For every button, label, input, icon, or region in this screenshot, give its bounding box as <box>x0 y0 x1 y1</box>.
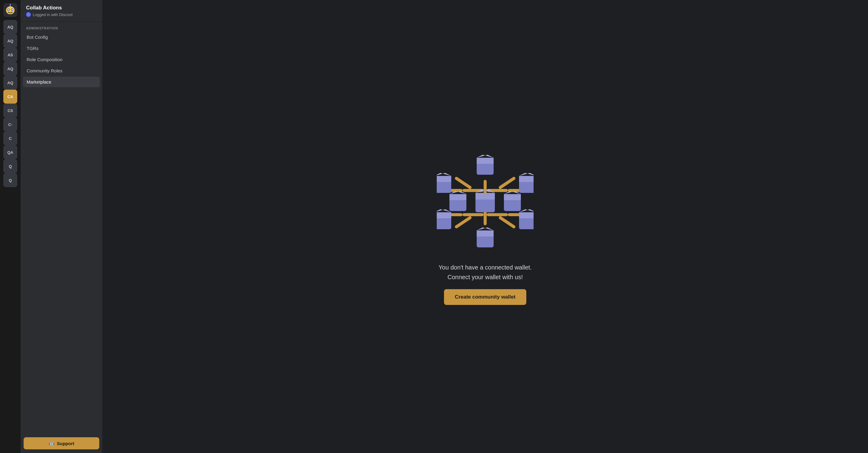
server-icon-aq4[interactable]: AQ <box>3 76 17 90</box>
svg-marker-35 <box>450 194 466 200</box>
svg-marker-29 <box>437 176 451 182</box>
support-icon: 🤖 <box>49 441 55 446</box>
discord-icon: D <box>26 12 31 17</box>
svg-marker-27 <box>477 155 494 158</box>
svg-marker-48 <box>519 209 534 212</box>
section-label: Administration <box>21 22 102 32</box>
nav-item-role-composition[interactable]: Role Composition <box>23 54 100 65</box>
svg-marker-33 <box>519 173 534 176</box>
sidebar: Collab Actions D Logged in with Discord … <box>21 0 102 453</box>
svg-marker-50 <box>477 231 494 237</box>
server-icon-as[interactable]: AS <box>3 48 17 62</box>
sidebar-header: Collab Actions D Logged in with Discord <box>21 0 102 22</box>
svg-line-14 <box>500 178 514 187</box>
server-icon-cs[interactable]: CS <box>3 103 17 118</box>
svg-line-15 <box>456 218 470 227</box>
support-label: Support <box>57 441 74 446</box>
server-icon-ca[interactable]: CA <box>3 90 17 103</box>
nav-item-tgrs[interactable]: TGRs <box>23 43 100 54</box>
nav-item-bot-config[interactable]: Bot Config <box>23 32 100 42</box>
svg-marker-41 <box>475 193 495 200</box>
svg-line-16 <box>500 218 514 227</box>
svg-marker-44 <box>437 212 451 218</box>
wallet-illustration <box>437 148 534 257</box>
svg-marker-26 <box>477 158 494 164</box>
server-list: AQAQASAQAQCACSC-CQAQQ <box>0 0 21 453</box>
sidebar-nav: Bot ConfigTGRsRole CompositionCommunity … <box>21 32 102 434</box>
empty-state-text: You don't have a connected wallet. Conne… <box>438 263 532 282</box>
svg-marker-47 <box>519 212 534 218</box>
server-icon-q1[interactable]: Q <box>3 159 17 173</box>
svg-marker-32 <box>519 176 534 182</box>
app-logo[interactable] <box>3 3 17 17</box>
sidebar-footer: 🤖 Support <box>21 434 102 453</box>
empty-state: You don't have a connected wallet. Conne… <box>437 148 534 305</box>
main-content: You don't have a connected wallet. Conne… <box>102 0 868 453</box>
svg-marker-38 <box>504 194 521 200</box>
server-icon-aq3[interactable]: AQ <box>3 62 17 76</box>
nav-item-marketplace[interactable]: Marketplace <box>23 77 100 87</box>
server-icon-c[interactable]: C <box>3 131 17 145</box>
support-button[interactable]: 🤖 Support <box>24 437 99 449</box>
svg-marker-51 <box>477 228 494 231</box>
svg-marker-45 <box>437 209 451 212</box>
server-icon-q2[interactable]: Q <box>3 173 17 187</box>
login-status: D Logged in with Discord <box>26 12 97 17</box>
nav-item-community-roles[interactable]: Community Roles <box>23 65 100 76</box>
svg-marker-30 <box>437 173 451 176</box>
server-icon-qa[interactable]: QA <box>3 145 17 159</box>
svg-line-13 <box>456 178 470 187</box>
server-icon-aq2[interactable]: AQ <box>3 34 17 48</box>
svg-point-8 <box>10 4 11 5</box>
svg-point-6 <box>11 9 13 10</box>
server-icon-aq1[interactable]: AQ <box>3 20 17 34</box>
svg-point-5 <box>8 9 9 10</box>
app-name: Collab Actions <box>26 5 97 11</box>
server-icon-cdash[interactable]: C- <box>3 118 17 131</box>
create-wallet-button[interactable]: Create community wallet <box>444 289 526 305</box>
